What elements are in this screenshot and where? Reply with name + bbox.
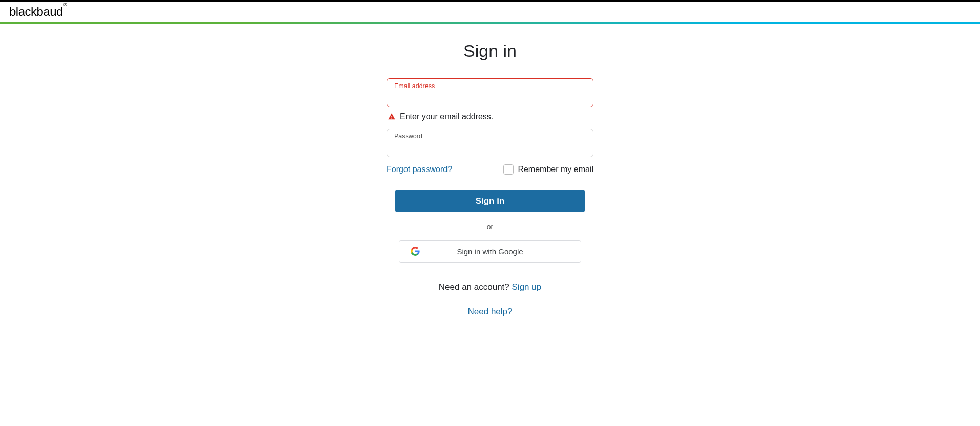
header-bar: blackbaud® <box>0 2 980 22</box>
form-options-row: Forgot password? Remember my email <box>387 164 593 175</box>
remember-checkbox[interactable] <box>503 164 514 175</box>
divider-text: or <box>487 223 493 231</box>
remember-label: Remember my email <box>518 165 593 174</box>
signup-row: Need an account? Sign up <box>387 282 593 292</box>
brand-name-text: blackbaud <box>9 5 63 18</box>
need-help-row: Need help? <box>387 307 593 317</box>
google-icon <box>411 247 420 256</box>
svg-rect-0 <box>391 116 392 117</box>
password-label: Password <box>394 133 422 140</box>
signup-link[interactable]: Sign up <box>512 282 542 292</box>
remember-email-toggle[interactable]: Remember my email <box>503 164 593 175</box>
google-signin-label: Sign in with Google <box>457 247 523 256</box>
password-input[interactable] <box>394 140 586 150</box>
warning-icon <box>388 113 396 121</box>
google-signin-button[interactable]: Sign in with Google <box>399 240 581 263</box>
signin-button[interactable]: Sign in <box>395 190 585 212</box>
email-field-wrapper[interactable]: Email address <box>387 78 593 107</box>
brand-logo: blackbaud® <box>9 6 67 18</box>
divider-or: or <box>398 223 582 231</box>
signin-form: Email address Enter your email address. … <box>387 78 593 317</box>
email-label: Email address <box>394 82 435 90</box>
email-error-text: Enter your email address. <box>400 112 493 121</box>
brand-registered-mark: ® <box>63 2 67 7</box>
need-account-text: Need an account? <box>439 282 512 292</box>
need-help-link[interactable]: Need help? <box>468 307 513 316</box>
page-title: Sign in <box>463 41 517 61</box>
email-input[interactable] <box>394 90 586 99</box>
main-content: Sign in Email address Enter your email a… <box>0 24 980 317</box>
svg-rect-1 <box>391 118 392 118</box>
password-field-wrapper[interactable]: Password <box>387 129 593 157</box>
email-error-row: Enter your email address. <box>388 112 593 121</box>
forgot-password-link[interactable]: Forgot password? <box>387 165 452 174</box>
